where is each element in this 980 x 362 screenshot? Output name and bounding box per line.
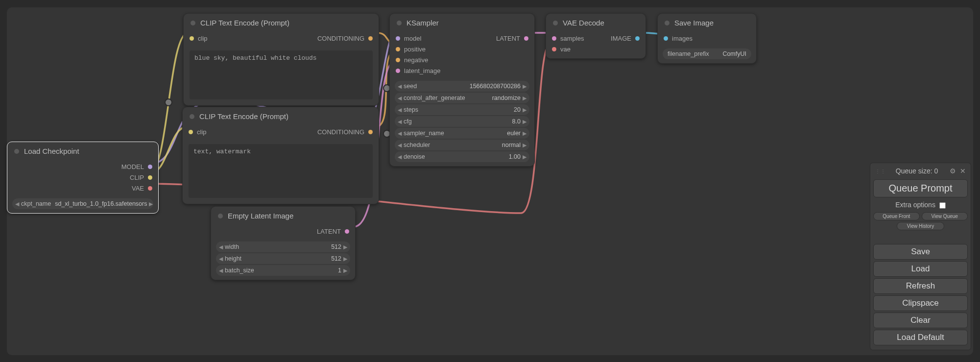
- output-label: LATENT: [317, 228, 341, 235]
- node-ksampler[interactable]: KSampler model LATENT positive negative …: [389, 13, 535, 167]
- empty-latent-batch_size-widget[interactable]: ◀batch_size1▶: [216, 265, 350, 276]
- arrow-right-icon[interactable]: ▶: [523, 83, 526, 90]
- collapse-dot[interactable]: [190, 114, 194, 119]
- output-label: MODEL: [121, 163, 144, 170]
- node-clip-text-encode-negative[interactable]: CLIP Text Encode (Prompt) clip CONDITION…: [182, 107, 379, 204]
- input-label: latent_image: [404, 67, 440, 74]
- queue-size-label: Queue size:: [896, 167, 932, 175]
- arrow-right-icon[interactable]: ▶: [149, 201, 153, 207]
- prompt-text[interactable]: blue sky, beautiful white clouds: [190, 50, 373, 99]
- arrow-left-icon[interactable]: ◀: [15, 201, 19, 207]
- arrow-right-icon[interactable]: ▶: [523, 119, 526, 125]
- node-load-checkpoint[interactable]: Load Checkpoint MODEL CLIP VAE ◀ ckpt_na…: [7, 142, 159, 214]
- port-clip[interactable]: [148, 175, 152, 180]
- empty-latent-height-widget[interactable]: ◀height512▶: [216, 253, 350, 264]
- port-latent-in[interactable]: [396, 69, 400, 73]
- arrow-right-icon[interactable]: ▶: [523, 142, 526, 148]
- collapse-dot[interactable]: [218, 214, 223, 218]
- filename-prefix-widget[interactable]: filename_prefix ComfyUI: [663, 48, 751, 59]
- node-title: Load Checkpoint: [24, 147, 79, 155]
- graph-canvas[interactable]: Load Checkpoint MODEL CLIP VAE ◀ ckpt_na…: [7, 7, 973, 355]
- arrow-right-icon[interactable]: ▶: [523, 154, 526, 160]
- node-title: Save Image: [674, 19, 714, 27]
- port-positive-in[interactable]: [396, 47, 400, 51]
- ksampler-sampler_name-widget[interactable]: ◀sampler_nameeuler▶: [395, 128, 529, 139]
- input-label: negative: [404, 56, 428, 64]
- port-latent-out[interactable]: [524, 36, 528, 41]
- ksampler-denoise-widget[interactable]: ◀denoise1.00▶: [395, 151, 529, 162]
- port-images-in[interactable]: [664, 36, 668, 41]
- port-model-in[interactable]: [396, 36, 400, 41]
- arrow-right-icon[interactable]: ▶: [523, 95, 526, 101]
- close-icon[interactable]: ✕: [960, 167, 966, 175]
- ksampler-scheduler-widget[interactable]: ◀schedulernormal▶: [395, 140, 529, 150]
- arrow-left-icon[interactable]: ◀: [398, 119, 402, 125]
- port-clip-in[interactable]: [189, 130, 193, 134]
- node-clip-text-encode-positive[interactable]: CLIP Text Encode (Prompt) clip CONDITION…: [183, 13, 379, 106]
- output-label: CLIP: [130, 174, 144, 181]
- settings-icon[interactable]: ⚙: [950, 167, 956, 175]
- view-queue-button[interactable]: View Queue: [922, 212, 968, 220]
- node-title: KSampler: [406, 19, 439, 27]
- port-model[interactable]: [148, 165, 152, 169]
- port-conditioning[interactable]: [368, 130, 373, 134]
- extra-options-checkbox[interactable]: [939, 202, 946, 209]
- clear-button[interactable]: Clear: [873, 313, 968, 328]
- ksampler-steps-widget[interactable]: ◀steps20▶: [395, 104, 529, 115]
- arrow-left-icon[interactable]: ◀: [398, 142, 402, 148]
- arrow-left-icon[interactable]: ◀: [219, 267, 223, 274]
- node-save-image[interactable]: Save Image images filename_prefix ComfyU…: [657, 13, 757, 64]
- prompt-text[interactable]: text, watermark: [189, 144, 373, 198]
- queue-prompt-button[interactable]: Queue Prompt: [873, 179, 968, 197]
- ksampler-cfg-widget[interactable]: ◀cfg8.0▶: [395, 116, 529, 127]
- ksampler-control_after_generate-widget[interactable]: ◀control_after_generaterandomize▶: [395, 93, 529, 103]
- save-button[interactable]: Save: [873, 244, 968, 260]
- port-image-out[interactable]: [635, 36, 640, 41]
- collapse-dot[interactable]: [665, 21, 669, 25]
- output-label: VAE: [132, 185, 144, 192]
- port-clip-in[interactable]: [190, 36, 194, 41]
- arrow-left-icon[interactable]: ◀: [398, 83, 402, 90]
- load-button[interactable]: Load: [873, 261, 968, 277]
- port-samples-in[interactable]: [552, 36, 556, 41]
- arrow-left-icon[interactable]: ◀: [398, 154, 402, 160]
- output-label: CONDITIONING: [317, 128, 364, 136]
- node-vae-decode[interactable]: VAE Decode samples IMAGE vae: [546, 13, 646, 59]
- empty-latent-width-widget[interactable]: ◀width512▶: [216, 241, 350, 252]
- collapse-dot[interactable]: [553, 21, 558, 25]
- queue-front-button[interactable]: Queue Front: [873, 212, 920, 220]
- load-default-button[interactable]: Load Default: [873, 330, 968, 345]
- reroute-node[interactable]: [165, 98, 172, 106]
- arrow-left-icon[interactable]: ◀: [398, 95, 402, 101]
- ckpt-name-widget[interactable]: ◀ ckpt_name sd_xl_turbo_1.0_fp16.safeten…: [12, 198, 153, 209]
- drag-handle-icon[interactable]: ⋮⋮: [875, 169, 886, 174]
- output-label: LATENT: [496, 35, 520, 42]
- port-latent[interactable]: [345, 229, 349, 234]
- clipspace-button[interactable]: Clipspace: [873, 295, 968, 311]
- port-vae-in[interactable]: [552, 47, 556, 51]
- ksampler-seed-widget[interactable]: ◀seed156680208700286▶: [395, 81, 529, 92]
- arrow-left-icon[interactable]: ◀: [398, 107, 402, 113]
- extra-options-toggle[interactable]: Extra options: [873, 199, 968, 211]
- arrow-right-icon[interactable]: ▶: [343, 256, 347, 262]
- arrow-left-icon[interactable]: ◀: [219, 244, 223, 250]
- arrow-left-icon[interactable]: ◀: [219, 256, 223, 262]
- collapse-dot[interactable]: [191, 21, 195, 25]
- arrow-right-icon[interactable]: ▶: [343, 244, 347, 250]
- arrow-right-icon[interactable]: ▶: [343, 267, 347, 274]
- node-title: Empty Latent Image: [228, 212, 293, 220]
- control-panel[interactable]: ⋮⋮ Queue size: 0 ⚙ ✕ Queue Prompt Extra …: [870, 163, 971, 350]
- collapse-dot[interactable]: [397, 21, 402, 25]
- input-label: clip: [198, 35, 208, 42]
- arrow-right-icon[interactable]: ▶: [523, 107, 526, 113]
- port-vae[interactable]: [148, 186, 152, 191]
- arrow-left-icon[interactable]: ◀: [398, 130, 402, 137]
- node-empty-latent-image[interactable]: Empty Latent Image LATENT ◀width512▶◀hei…: [211, 206, 356, 280]
- collapse-dot[interactable]: [14, 149, 19, 154]
- node-title: VAE Decode: [563, 19, 604, 27]
- port-negative-in[interactable]: [396, 58, 400, 62]
- view-history-button[interactable]: View History: [897, 222, 944, 230]
- port-conditioning[interactable]: [368, 36, 373, 41]
- refresh-button[interactable]: Refresh: [873, 278, 968, 294]
- arrow-right-icon[interactable]: ▶: [523, 130, 526, 137]
